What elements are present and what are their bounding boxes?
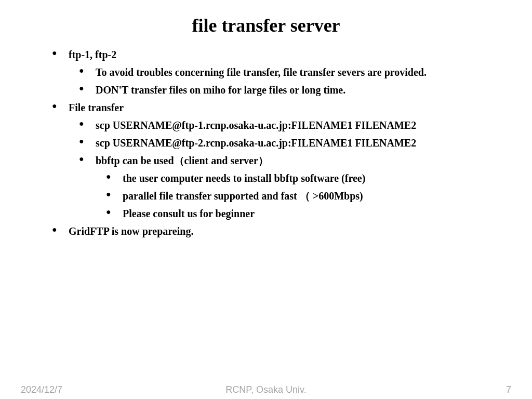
slide-title: file transfer server [0, 0, 532, 46]
bullet-l2: To avoid troubles concerning file transf… [79, 63, 511, 81]
bullet-l1: ftp-1, ftp-2 To avoid troubles concernin… [52, 46, 511, 99]
bullet-text: scp USERNAME@ftp-1.rcnp.osaka-u.ac.jp:FI… [96, 119, 416, 131]
bullet-text: the user computer needs to install bbftp… [123, 172, 365, 184]
bullet-l2: DON'T transfer files on miho for large f… [79, 81, 511, 99]
bullet-text: ftp-1, ftp-2 [69, 49, 116, 60]
bullet-text: Please consult us for beginner [123, 208, 255, 219]
bullet-l3: parallel file transfer supported and fas… [106, 187, 511, 205]
bullet-text: bbftp can be used（client and server） [96, 155, 269, 166]
bullet-text: File transfer [69, 102, 124, 113]
bullet-text: parallel file transfer supported and fas… [123, 190, 363, 202]
bullet-l2: scp USERNAME@ftp-1.rcnp.osaka-u.ac.jp:FI… [79, 116, 511, 134]
bullet-l3: the user computer needs to install bbftp… [106, 169, 511, 187]
bullet-l1: File transfer scp USERNAME@ftp-1.rcnp.os… [52, 99, 511, 222]
slide-content: ftp-1, ftp-2 To avoid troubles concernin… [0, 46, 532, 240]
bullet-l2: scp USERNAME@ftp-2.rcnp.osaka-u.ac.jp:FI… [79, 134, 511, 152]
footer-page-number: 7 [506, 384, 511, 395]
bullet-l1: GridFTP is now prepareing. [52, 222, 511, 240]
bullet-text: scp USERNAME@ftp-2.rcnp.osaka-u.ac.jp:FI… [96, 137, 416, 149]
footer-date: 2024/12/7 [21, 384, 62, 395]
bullet-text: To avoid troubles concerning file transf… [96, 66, 427, 78]
bullet-text: GridFTP is now prepareing. [69, 225, 193, 237]
bullet-text: DON'T transfer files on miho for large f… [96, 84, 345, 96]
bullet-l3: Please consult us for beginner [106, 205, 511, 222]
bullet-l2: bbftp can be used（client and server） the… [79, 152, 511, 222]
footer-org: RCNP, Osaka Univ. [225, 384, 306, 395]
